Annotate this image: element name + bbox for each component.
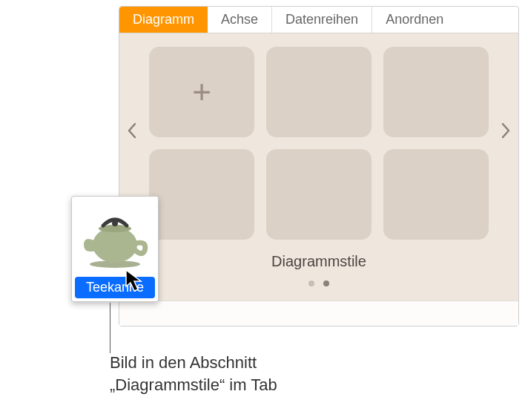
format-panel: Diagramm Achse Datenreihen Anordnen + Di… xyxy=(119,6,519,327)
inspector-tabs: Diagramm Achse Datenreihen Anordnen xyxy=(119,7,518,33)
style-tile[interactable] xyxy=(383,149,489,240)
tab-achse[interactable]: Achse xyxy=(208,7,272,33)
panel-footer xyxy=(119,301,518,326)
tab-anordnen[interactable]: Anordnen xyxy=(372,7,457,33)
add-style-tile[interactable]: + xyxy=(149,47,254,137)
chart-styles-label: Diagrammstile xyxy=(149,253,489,270)
callout-leader-line xyxy=(110,303,110,353)
chevron-left-icon[interactable] xyxy=(127,122,137,143)
teapot-image xyxy=(75,200,155,274)
style-tile[interactable] xyxy=(149,149,254,240)
dragged-image-label: Teekanne xyxy=(75,277,155,298)
svg-point-3 xyxy=(112,220,118,226)
plus-icon: + xyxy=(192,76,211,108)
tab-datenreihen[interactable]: Datenreihen xyxy=(272,7,372,33)
callout-text: Bild in den Abschnitt „Diagrammstile“ im… xyxy=(110,352,362,396)
style-tile[interactable] xyxy=(383,47,489,137)
page-dot-active[interactable] xyxy=(323,280,329,286)
page-dot[interactable] xyxy=(308,280,314,286)
chart-styles-grid: + xyxy=(149,47,489,240)
style-tile[interactable] xyxy=(266,149,372,240)
chevron-right-icon[interactable] xyxy=(501,122,511,143)
dragged-image-thumbnail[interactable]: Teekanne xyxy=(71,196,159,302)
svg-point-1 xyxy=(93,227,137,263)
style-tile[interactable] xyxy=(266,47,372,137)
chart-styles-area: + Diagrammstile xyxy=(119,33,518,301)
tab-diagramm[interactable]: Diagramm xyxy=(119,7,208,33)
page-indicator xyxy=(149,276,489,289)
